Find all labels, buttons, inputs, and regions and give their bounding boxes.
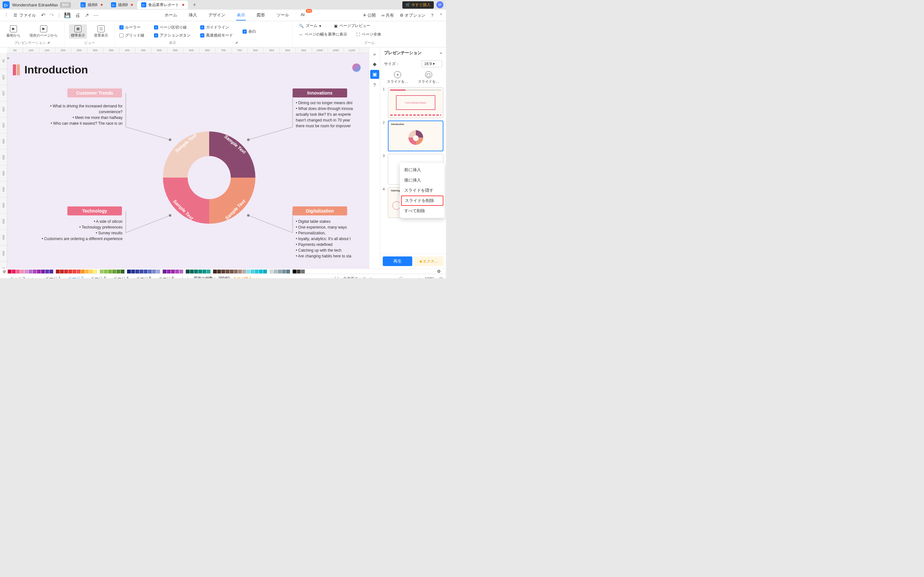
ctx-insert-after[interactable]: 後に挿入 [400, 175, 445, 185]
file-menu[interactable]: ファイル [19, 13, 36, 18]
page-tab-1[interactable]: ページ-1 [43, 275, 63, 278]
save-button[interactable]: 💾 [64, 12, 71, 18]
color-swatch[interactable] [242, 269, 246, 274]
options-button[interactable]: ⚙ オプション [400, 13, 425, 18]
color-swatch[interactable] [263, 269, 267, 274]
color-swatch[interactable] [64, 269, 68, 274]
color-swatch[interactable] [140, 269, 144, 274]
color-swatch[interactable] [33, 269, 37, 274]
tab-view[interactable]: 表示 [236, 10, 246, 21]
color-swatch[interactable] [274, 269, 278, 274]
ruler-checkbox[interactable]: ✓ルーラー [120, 25, 144, 30]
color-swatch[interactable] [85, 269, 89, 274]
standard-view[interactable]: ▦標準表示 [69, 24, 87, 39]
dialog-launcher-icon[interactable]: ⬈ [235, 41, 238, 45]
slide-thumb-2[interactable]: Introduction [388, 121, 443, 151]
add-slide-auto-button[interactable]: ▢スライドを… [414, 71, 444, 84]
expand-panel-button[interactable]: » [7, 56, 12, 61]
color-swatch[interactable] [175, 269, 179, 274]
canvas[interactable]: Introduction Customer Trends • What is d… [7, 53, 369, 269]
header-innovations[interactable]: Innovations [292, 89, 347, 97]
present-from-start[interactable]: ▶最初から [5, 24, 23, 39]
color-swatch[interactable] [226, 269, 229, 274]
color-swatch[interactable] [60, 269, 64, 274]
document-tab-1[interactable]: ▷描画8 [77, 1, 107, 9]
color-swatch[interactable] [186, 269, 190, 274]
slide-title[interactable]: Introduction [24, 63, 88, 76]
no-fill-icon[interactable]: ⊘ [3, 269, 6, 274]
ctx-delete-all[interactable]: すべて削除 [400, 206, 445, 216]
print-button[interactable]: 🖨 [75, 13, 80, 18]
fullscreen-button[interactable]: 全画面モード [343, 276, 366, 278]
tab-home[interactable]: ホーム [164, 10, 178, 21]
document-tab-3[interactable]: ▷食品業界レポート [137, 1, 188, 9]
slide-thumb-1[interactable]: Food Industry Report [388, 87, 443, 118]
color-swatch[interactable] [112, 269, 116, 274]
buy-now-button[interactable]: 🛒 今すぐ購入 [402, 1, 434, 9]
color-swatch[interactable] [278, 269, 282, 274]
color-swatch[interactable] [163, 269, 166, 274]
color-swatch[interactable] [207, 269, 210, 274]
page-tab-3[interactable]: ページ-3 [88, 275, 108, 278]
presentation-panel-icon[interactable]: ▣ [370, 70, 379, 79]
color-swatch[interactable] [104, 269, 108, 274]
color-swatch[interactable] [116, 269, 120, 274]
color-swatch[interactable] [100, 269, 103, 274]
fit-width-button[interactable]: ↔ページの幅を基準に表示 [299, 32, 347, 37]
color-swatch[interactable] [29, 269, 32, 274]
color-swatch[interactable] [89, 269, 93, 274]
premium-icon[interactable]: ◆ [255, 277, 258, 279]
color-swatch[interactable] [221, 269, 225, 274]
tab-shapes[interactable]: 図形 [256, 10, 266, 21]
color-swatch[interactable] [230, 269, 234, 274]
add-slide-button[interactable]: +スライドを… [383, 71, 413, 84]
color-swatch[interactable] [301, 269, 305, 274]
color-swatch[interactable] [148, 269, 152, 274]
menu-icon[interactable]: ☰ [13, 13, 17, 18]
header-customer-trends[interactable]: Customer Trends [67, 89, 122, 97]
prev-page-button[interactable]: 〈 [180, 276, 184, 278]
color-swatch[interactable] [131, 269, 135, 274]
guideline-checkbox[interactable]: ✓ガイドライン [200, 25, 233, 30]
color-swatch[interactable] [234, 269, 238, 274]
color-swatch[interactable] [238, 269, 242, 274]
color-swatch[interactable] [217, 269, 221, 274]
background-view[interactable]: ◫背景表示 [92, 24, 110, 39]
add-tab-button[interactable]: + [191, 1, 198, 9]
fit-page-button[interactable]: ⛶ページ全体 [356, 32, 381, 37]
color-swatch[interactable] [171, 269, 175, 274]
color-swatch[interactable] [167, 269, 171, 274]
color-swatch[interactable] [136, 269, 139, 274]
minimize-icon[interactable]: − [439, 51, 442, 55]
color-swatch[interactable] [292, 269, 296, 274]
zoom-out-button[interactable]: − [378, 277, 380, 279]
zoom-level[interactable]: 100% [425, 277, 435, 279]
tab-tools[interactable]: ツール [276, 10, 290, 21]
undo-button[interactable]: ↶ [41, 12, 45, 18]
color-swatch[interactable] [68, 269, 72, 274]
color-swatch[interactable] [77, 269, 81, 274]
collapse-ribbon-button[interactable]: ⌃ [439, 13, 443, 18]
color-swatch[interactable] [8, 269, 11, 274]
publish-button[interactable]: ✈ 公開 [363, 13, 376, 18]
color-swatch[interactable] [282, 269, 286, 274]
page-tab-4[interactable]: ページ-4 [111, 275, 131, 278]
color-swatch[interactable] [250, 269, 254, 274]
more-button[interactable]: ⋯ [94, 12, 99, 18]
next-page-button[interactable]: 〉 [187, 276, 191, 278]
color-swatch[interactable] [12, 269, 16, 274]
page-preview-button[interactable]: ▣ページプレビュー [334, 23, 370, 29]
palette-settings-icon[interactable]: ⚙ [437, 269, 441, 274]
color-swatch[interactable] [156, 269, 160, 274]
color-swatch[interactable] [202, 269, 206, 274]
bullets-digitalization[interactable]: • Digital table stakes • One experience,… [296, 219, 367, 259]
present-from-current[interactable]: ▶現在のページから [27, 24, 60, 39]
color-swatch[interactable] [190, 269, 194, 274]
page-tab-6[interactable]: ページ-6 [156, 275, 176, 278]
color-swatch[interactable] [144, 269, 148, 274]
grid-checkbox[interactable]: グリッド線 [120, 33, 144, 38]
tab-ai[interactable]: AIhot [300, 10, 305, 21]
page-overview-icon[interactable]: ▭ [3, 277, 7, 279]
color-swatch[interactable] [108, 269, 112, 274]
tab-insert[interactable]: 挿入 [188, 10, 198, 21]
